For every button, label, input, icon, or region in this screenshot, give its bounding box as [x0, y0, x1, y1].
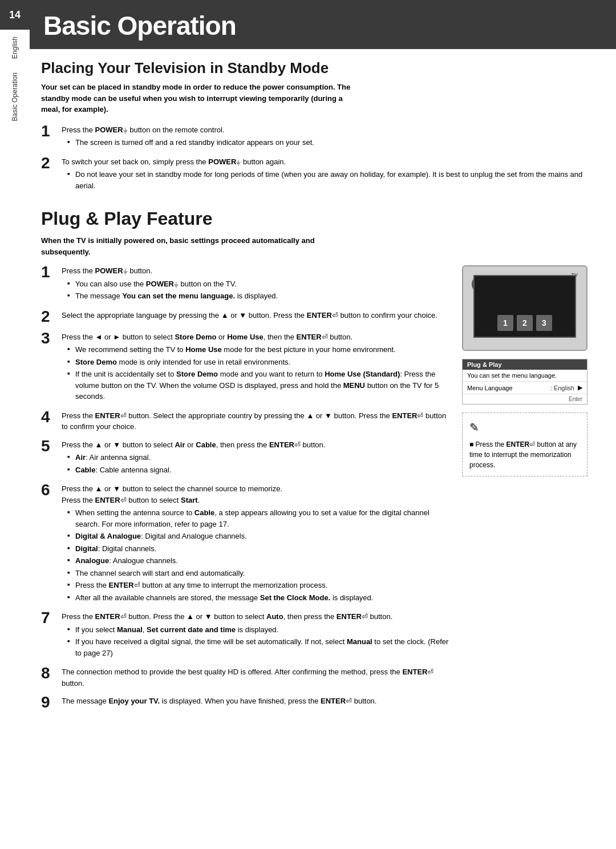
- pp-step-content-6: Press the ▲ or ▼ button to select the ch…: [62, 483, 451, 604]
- plug-play-intro: When the TV is initially powered on, bas…: [41, 235, 360, 257]
- step-1-text: Press the POWER⏚ button on the remote co…: [62, 126, 224, 134]
- step-number-1: 1: [41, 123, 62, 139]
- pp-step-5-text: Press the ▲ or ▼ button to select Air or…: [62, 440, 325, 449]
- pp-step-7-bullet-2: If you have received a digital signal, t…: [67, 636, 451, 658]
- pp-step-number-7: 7: [41, 610, 62, 626]
- pp-step-1-bullet-1: You can also use the POWER⏚ button on th…: [67, 278, 451, 290]
- tv-num-3: 3: [536, 315, 552, 331]
- pp-step-content-4: Press the ENTER⏎ button. Select the appr…: [62, 410, 451, 432]
- pp-step-9: 9 The message Enjoy your TV. is displaye…: [41, 696, 451, 710]
- pp-step-1: 1 Press the POWER⏚ button. You can also …: [41, 265, 451, 303]
- step-content-2: To switch your set back on, simply press…: [62, 156, 599, 193]
- pp-step-number-2: 2: [41, 309, 62, 325]
- sidebar-label-english: English: [11, 37, 19, 59]
- pp-step-content-9: The message Enjoy your TV. is displayed.…: [62, 696, 451, 707]
- pp-step-content-5: Press the ▲ or ▼ button to select Air or…: [62, 439, 451, 477]
- step-2-bullet-1: Do not leave your set in standby mode fo…: [67, 169, 599, 191]
- standby-step-2: 2 To switch your set back on, simply pre…: [41, 156, 599, 193]
- pp-step-6-bullet-5: The channel search will start and end au…: [67, 568, 451, 579]
- page-number: 14: [0, 0, 30, 30]
- pp-step-7-text: Press the ENTER⏎ button. Press the ▲ or …: [62, 612, 392, 621]
- step-content-1: Press the POWER⏚ button on the remote co…: [62, 124, 599, 149]
- pp-step-6-text1: Press the ▲ or ▼ button to select the ch…: [62, 483, 451, 495]
- pp-menu-box: Plug & Play You can set the menu languag…: [462, 359, 587, 405]
- pp-step-8-text: The connection method to provide the bes…: [62, 668, 433, 688]
- pp-step-6-bullet-7: After all the available channels are sto…: [67, 592, 451, 604]
- pp-step-1-text: Press the POWER⏚ button.: [62, 266, 152, 275]
- pp-step-6-bullet-1: When setting the antenna source to Cable…: [67, 507, 451, 529]
- step-1-bullet-1: The screen is turned off and a red stand…: [67, 137, 599, 148]
- pp-step-3-text: Press the ◄ or ► button to select Store …: [62, 333, 352, 341]
- pp-step-6: 6 Press the ▲ or ▼ button to select the …: [41, 483, 451, 604]
- tv-numbers: 1 2 3: [497, 315, 552, 331]
- pp-step-3-bullet-3: If the unit is accidentally set to Store…: [67, 369, 451, 402]
- pp-step-9-text: The message Enjoy your TV. is displayed.…: [62, 697, 376, 705]
- pp-step-6-bullet-3: Digital: Digital channels.: [67, 543, 451, 555]
- step-2-text: To switch your set back on, simply press…: [62, 157, 286, 166]
- pp-step-number-3: 3: [41, 330, 62, 346]
- pp-menu-subtitle: You can set the menu language.: [463, 370, 587, 382]
- pp-step-content-3: Press the ◄ or ► button to select Store …: [62, 331, 451, 403]
- tv-screen: 1 2 3: [473, 275, 576, 338]
- note-box: ✎ ■ Press the ENTER⏎ button at any time …: [462, 413, 587, 476]
- tv-num-1: 1: [497, 315, 513, 331]
- pp-menu-footer: Enter: [463, 394, 587, 404]
- pp-step-2-text: Select the appropriate language by press…: [62, 311, 437, 320]
- plug-play-title: Plug & Play Feature: [41, 208, 599, 229]
- chapter-header: Basic Operation: [30, 0, 616, 49]
- pp-step-number-8: 8: [41, 665, 62, 681]
- pp-step-number-1: 1: [41, 264, 62, 280]
- main-content: Basic Operation Placing Your Television …: [30, 0, 616, 849]
- pp-step-number-9: 9: [41, 694, 62, 710]
- pp-step-6-bullet-4: Analogue: Analogue channels.: [67, 555, 451, 567]
- tv-num-2: 2: [517, 315, 533, 331]
- pp-step-number-5: 5: [41, 438, 62, 454]
- plug-play-section: Plug & Play Feature When the TV is initi…: [41, 208, 599, 717]
- standby-section: Placing Your Television in Standby Mode …: [41, 59, 599, 192]
- pp-step-content-7: Press the ENTER⏎ button. Press the ▲ or …: [62, 611, 451, 660]
- pp-layout: 1 Press the POWER⏚ button. You can also …: [41, 265, 599, 717]
- pp-step-8: 8 The connection method to provide the b…: [41, 666, 451, 689]
- chapter-title: Basic Operation: [43, 10, 602, 41]
- pp-step-number-4: 4: [41, 409, 62, 425]
- pp-step-4: 4 Press the ENTER⏎ button. Select the ap…: [41, 410, 451, 432]
- standby-title: Placing Your Television in Standby Mode: [41, 59, 599, 77]
- note-icon: ✎: [469, 419, 580, 436]
- pp-step-4-text: Press the ENTER⏎ button. Select the appr…: [62, 411, 446, 431]
- pp-step-1-bullet-2: The message You can set the menu languag…: [67, 290, 451, 302]
- pp-images-column: TV 1 2 3 Plug & Play You can set the men…: [462, 265, 599, 717]
- sidebar: 14 English Basic Operation: [0, 0, 30, 849]
- standby-step-1: 1 Press the POWER⏚ button on the remote …: [41, 124, 599, 149]
- step-number-2: 2: [41, 155, 62, 171]
- pp-menu-arrow-icon: ▶: [578, 384, 582, 391]
- pp-step-3-bullet-1: We recommend setting the TV to Home Use …: [67, 344, 451, 355]
- pp-step-5-bullet-1: Air: Air antenna signal.: [67, 452, 451, 463]
- pp-menu-row-label: Menu Language: [467, 385, 550, 391]
- pp-step-content-1: Press the POWER⏚ button. You can also us…: [62, 265, 451, 303]
- pp-menu-row: Menu Language : English ▶: [463, 382, 587, 394]
- pp-steps-column: 1 Press the POWER⏚ button. You can also …: [41, 265, 451, 717]
- pp-step-7: 7 Press the ENTER⏎ button. Press the ▲ o…: [41, 611, 451, 660]
- pp-menu-title: Plug & Play: [463, 359, 587, 370]
- pp-step-7-bullet-1: If you select Manual, Set current date a…: [67, 624, 451, 636]
- pp-step-3-bullet-2: Store Demo mode is only intended for use…: [67, 357, 451, 368]
- tv-illustration: TV 1 2 3: [462, 265, 587, 351]
- pp-step-number-6: 6: [41, 482, 62, 498]
- pp-step-5-bullet-2: Cable: Cable antenna signal.: [67, 464, 451, 476]
- pp-step-content-8: The connection method to provide the bes…: [62, 666, 451, 689]
- note-text: ■ Press the ENTER⏎ button at any time to…: [469, 440, 577, 469]
- pp-step-5: 5 Press the ▲ or ▼ button to select Air …: [41, 439, 451, 477]
- pp-step-6-bullet-6: Press the ENTER⏎ button at any time to i…: [67, 580, 451, 591]
- pp-step-3: 3 Press the ◄ or ► button to select Stor…: [41, 331, 451, 403]
- sidebar-label-basic: Basic Operation: [11, 72, 19, 121]
- pp-step-6-bullet-2: Digital & Analogue: Digital and Analogue…: [67, 531, 451, 542]
- pp-menu-row-value: : English: [550, 385, 574, 391]
- pp-step-6-text2: Press the ENTER⏎ button to select Start.: [62, 495, 451, 506]
- pp-step-2: 2 Select the appropriate language by pre…: [41, 310, 451, 325]
- pp-step-content-2: Select the appropriate language by press…: [62, 310, 451, 321]
- standby-intro: Your set can be placed in standby mode i…: [41, 82, 360, 115]
